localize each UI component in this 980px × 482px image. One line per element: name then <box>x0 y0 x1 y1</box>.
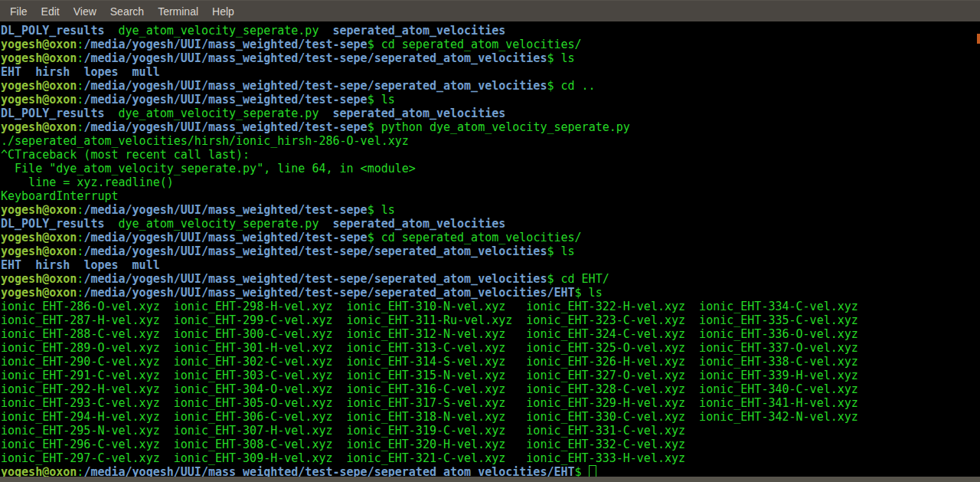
prompt-user: yogesh@oxon <box>1 93 77 107</box>
prompt-path: /media/yogesh/UUI/mass_weighted/test-sep… <box>83 38 367 51</box>
terminal-text: ionic_EHT-293-C-vel.xyz ionic_EHT-305-O-… <box>1 396 858 410</box>
terminal-text: $ <box>575 465 589 477</box>
directory-name: hirsh <box>35 65 70 79</box>
directory-name: seperated_atom_velocities <box>332 217 505 231</box>
directory-name: DL_POLY_results <box>1 107 104 120</box>
terminal-text <box>119 65 132 79</box>
terminal-text <box>70 258 83 272</box>
prompt-path: /media/yogesh/UUI/mass_weighted/test-sep… <box>83 231 367 244</box>
prompt-path: /media/yogesh/UUI/mass_weighted/test-sep… <box>83 286 574 300</box>
terminal-line: ionic_EHT-287-H-vel.xyz ionic_EHT-299-C-… <box>1 313 980 327</box>
terminal-line: yogesh@oxon:/media/yogesh/UUI/mass_weigh… <box>1 93 980 107</box>
terminal-text: KeyboardInterrupt <box>1 189 119 203</box>
terminal-text: $ ls <box>368 203 395 217</box>
prompt-user: yogesh@oxon <box>1 79 77 93</box>
menu-item-search[interactable]: Search <box>103 3 151 20</box>
terminal-line: yogesh@oxon:/media/yogesh/UUI/mass_weigh… <box>1 120 980 134</box>
prompt-path: /media/yogesh/UUI/mass_weighted/test-sep… <box>83 93 367 107</box>
terminal-text: ionic_EHT-297-C-vel.xyz ionic_EHT-309-H-… <box>1 451 685 465</box>
directory-name: lopes <box>83 65 118 79</box>
terminal-text: ^CTraceback (most recent call last): <box>1 148 250 162</box>
directory-name: mull <box>132 258 160 272</box>
terminal-line: ionic_EHT-296-C-vel.xyz ionic_EHT-308-C-… <box>1 438 980 451</box>
terminal-text: ionic_EHT-292-H-vel.xyz ionic_EHT-304-O-… <box>1 382 858 396</box>
directory-name: DL_POLY_results <box>1 217 104 231</box>
terminal-text <box>70 65 83 79</box>
directory-name: hirsh <box>35 258 70 272</box>
terminal-text: File "dye_atom_velocity_seperate.py", li… <box>1 162 416 175</box>
terminal-text: ionic_EHT-295-N-vel.xyz ionic_EHT-307-H-… <box>1 424 685 438</box>
terminal-screen[interactable]: DL_POLY_results dye_atom_velocity_sepera… <box>0 21 980 477</box>
directory-name: EHT <box>1 65 21 79</box>
menu-item-view[interactable]: View <box>67 3 103 20</box>
terminal-line: ionic_EHT-292-H-vel.xyz ionic_EHT-304-O-… <box>1 382 980 396</box>
terminal-text <box>21 65 35 79</box>
prompt-path: /media/yogesh/UUI/mass_weighted/test-sep… <box>83 203 367 217</box>
terminal-text: ionic_EHT-290-C-vel.xyz ionic_EHT-302-C-… <box>1 355 858 369</box>
terminal-text: $ ls <box>547 51 574 65</box>
prompt-path: /media/yogesh/UUI/mass_weighted/test-sep… <box>83 272 547 286</box>
terminal-text: ionic_EHT-291-C-vel.xyz ionic_EHT-303-C-… <box>1 369 858 382</box>
terminal-text: $ cd seperated_atom_velocities/ <box>368 231 582 244</box>
menu-item-terminal[interactable]: Terminal <box>151 3 205 20</box>
terminal-line: ./seperated_atom_velocities/hirsh/ionic_… <box>1 134 980 148</box>
terminal-line: yogesh@oxon:/media/yogesh/UUI/mass_weigh… <box>1 286 980 300</box>
terminal-text: line = xyz.readline() <box>1 175 174 189</box>
directory-name: lopes <box>83 258 118 272</box>
terminal-text: ionic_EHT-294-H-vel.xyz ionic_EHT-306-C-… <box>1 410 858 424</box>
directory-name: EHT <box>1 258 21 272</box>
terminal-line: KeyboardInterrupt <box>1 189 980 203</box>
terminal-line: yogesh@oxon:/media/yogesh/UUI/mass_weigh… <box>1 244 980 258</box>
terminal-line: ionic_EHT-289-O-vel.xyz ionic_EHT-301-H-… <box>1 341 980 355</box>
prompt-path: /media/yogesh/UUI/mass_weighted/test-sep… <box>83 244 547 258</box>
terminal-text: ionic_EHT-288-C-vel.xyz ionic_EHT-300-C-… <box>1 327 858 341</box>
terminal-text: $ cd EHT/ <box>547 272 609 286</box>
terminal-text: ionic_EHT-286-O-vel.xyz ionic_EHT-298-H-… <box>1 300 858 313</box>
terminal-text: ionic_EHT-287-H-vel.xyz ionic_EHT-299-C-… <box>1 313 858 327</box>
prompt-user: yogesh@oxon <box>1 244 77 258</box>
prompt-path: /media/yogesh/UUI/mass_weighted/test-sep… <box>83 51 547 65</box>
terminal-line: yogesh@oxon:/media/yogesh/UUI/mass_weigh… <box>1 272 980 286</box>
scrollbar-thumb[interactable] <box>977 34 980 44</box>
terminal-line: ionic_EHT-294-H-vel.xyz ionic_EHT-306-C-… <box>1 410 980 424</box>
prompt-path: /media/yogesh/UUI/mass_weighted/test-sep… <box>83 120 367 134</box>
menu-item-edit[interactable]: Edit <box>34 3 67 20</box>
terminal-text <box>119 258 132 272</box>
prompt-path: /media/yogesh/UUI/mass_weighted/test-sep… <box>83 79 547 93</box>
terminal-text: dye_atom_velocity_seperate.py <box>104 217 332 231</box>
terminal-text: dye_atom_velocity_seperate.py <box>104 24 332 38</box>
menu-item-file[interactable]: File <box>3 3 34 20</box>
terminal-text: $ ls <box>575 286 603 300</box>
terminal-line: ionic_EHT-288-C-vel.xyz ionic_EHT-300-C-… <box>1 327 980 341</box>
terminal-line: yogesh@oxon:/media/yogesh/UUI/mass_weigh… <box>1 203 980 217</box>
prompt-user: yogesh@oxon <box>1 38 77 51</box>
directory-name: seperated_atom_velocities <box>332 107 505 120</box>
terminal-text: $ python dye_atom_velocity_seperate.py <box>368 120 630 134</box>
terminal-text: $ ls <box>547 244 574 258</box>
terminal-text: $ cd .. <box>547 79 595 93</box>
terminal-text: $ cd seperated_atom_velocities/ <box>368 38 582 51</box>
prompt-user: yogesh@oxon <box>1 465 77 477</box>
terminal-line: ionic_EHT-293-C-vel.xyz ionic_EHT-305-O-… <box>1 396 980 410</box>
terminal-line: ionic_EHT-286-O-vel.xyz ionic_EHT-298-H-… <box>1 300 980 313</box>
prompt-user: yogesh@oxon <box>1 120 77 134</box>
terminal-text: $ ls <box>368 93 395 107</box>
prompt-user: yogesh@oxon <box>1 203 77 217</box>
terminal-line: DL_POLY_results dye_atom_velocity_sepera… <box>1 107 980 120</box>
terminal-line: File "dye_atom_velocity_seperate.py", li… <box>1 162 980 175</box>
directory-name: mull <box>132 65 160 79</box>
terminal-text: ionic_EHT-289-O-vel.xyz ionic_EHT-301-H-… <box>1 341 858 355</box>
terminal-line: EHT hirsh lopes mull <box>1 258 980 272</box>
directory-name: seperated_atom_velocities <box>332 24 505 38</box>
menu-item-help[interactable]: Help <box>205 3 241 20</box>
terminal-line: yogesh@oxon:/media/yogesh/UUI/mass_weigh… <box>1 465 980 477</box>
directory-name: DL_POLY_results <box>1 24 104 38</box>
terminal-line: ionic_EHT-291-C-vel.xyz ionic_EHT-303-C-… <box>1 369 980 382</box>
terminal-line: line = xyz.readline() <box>1 175 980 189</box>
terminal-text: dye_atom_velocity_seperate.py <box>104 107 332 120</box>
terminal-line: yogesh@oxon:/media/yogesh/UUI/mass_weigh… <box>1 38 980 51</box>
prompt-user: yogesh@oxon <box>1 231 77 244</box>
terminal-line: yogesh@oxon:/media/yogesh/UUI/mass_weigh… <box>1 51 980 65</box>
terminal-line: yogesh@oxon:/media/yogesh/UUI/mass_weigh… <box>1 231 980 244</box>
terminal-line: ionic_EHT-290-C-vel.xyz ionic_EHT-302-C-… <box>1 355 980 369</box>
